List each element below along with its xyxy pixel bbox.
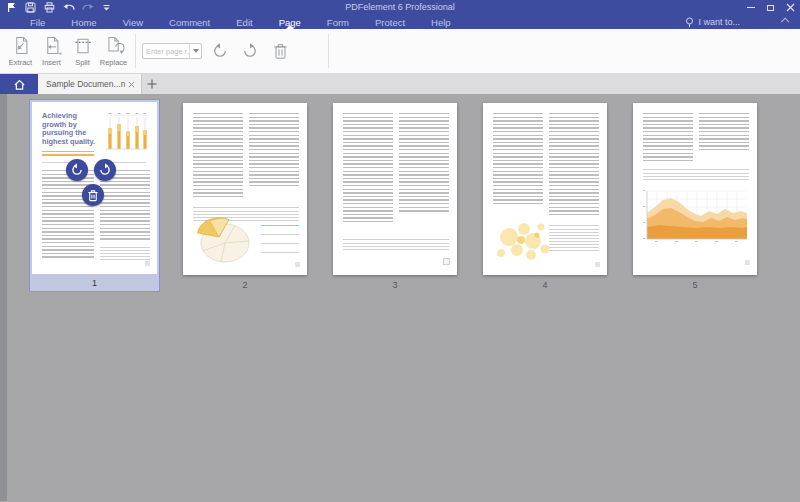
home-tab-button[interactable] (0, 74, 38, 94)
page-2-text-column-right (249, 113, 299, 189)
replace-button[interactable]: Replace (98, 32, 129, 72)
menu-help[interactable]: Help (431, 15, 451, 29)
menu-page[interactable]: Page (279, 15, 301, 29)
rotate-right-button[interactable] (238, 39, 262, 63)
app-logo-icon (5, 1, 18, 14)
tab-close-icon[interactable] (125, 78, 137, 90)
redo-icon[interactable] (81, 1, 94, 14)
thumbnail-delete-button[interactable] (82, 184, 104, 206)
delete-page-button[interactable] (268, 39, 292, 63)
rotate-left-icon (70, 163, 84, 177)
titlebar: PDFelement 6 Professional (0, 0, 800, 15)
page-2-divider (193, 207, 299, 208)
page-3-text-column-left (343, 113, 393, 225)
save-icon[interactable] (24, 1, 37, 14)
thumbnail-rotate-right-button[interactable] (94, 159, 116, 181)
page-1-folio (145, 261, 150, 266)
page-5-thumbnail[interactable] (633, 103, 757, 275)
page-1-text-column-right (100, 170, 150, 242)
menu-edit[interactable]: Edit (236, 15, 252, 29)
menu-home[interactable]: Home (71, 15, 96, 29)
page-3-text-column-right (399, 113, 449, 213)
menubar: File Home View Comment Edit Page Form Pr… (0, 15, 800, 29)
maximize-button[interactable] (765, 2, 776, 13)
extract-button[interactable]: Extract (5, 32, 36, 72)
chevron-down-icon (193, 49, 199, 53)
document-tab-bar: Sample Documen...nded (0, 74, 800, 94)
page-5-footnote (643, 173, 749, 181)
page-4-text-column-right (549, 113, 599, 217)
page-3-folio (443, 258, 450, 265)
trash-icon (87, 189, 99, 202)
page-4-bubble-chart (491, 213, 553, 265)
left-edge-strip (0, 94, 7, 501)
menu-form[interactable]: Form (327, 15, 349, 29)
i-want-to-button[interactable]: I want to... (685, 15, 740, 29)
home-icon (13, 78, 26, 91)
replace-label: Replace (100, 58, 128, 67)
page-1-thumbnail[interactable]: Achieving growth by pursuing the highest… (32, 102, 157, 274)
page-4-thumbnail[interactable] (483, 103, 607, 275)
page-2-folio (295, 262, 300, 267)
undo-icon[interactable] (62, 1, 75, 14)
window-controls (745, 0, 796, 15)
page-3-divider (343, 239, 449, 240)
page-number: 3 (333, 280, 457, 290)
rotate-left-button[interactable] (208, 39, 232, 63)
page-thumbnails-canvas: Achieving growth by pursuing the highest… (0, 94, 800, 501)
page-1-footnote (100, 247, 150, 261)
pin-icon (685, 17, 694, 28)
document-tab[interactable]: Sample Documen...nded (38, 74, 142, 94)
document-tab-label: Sample Documen...nded (46, 79, 125, 89)
print-icon[interactable] (43, 1, 56, 14)
page-4-footnote (549, 229, 599, 251)
customize-quick-access-icon[interactable] (100, 1, 113, 14)
page-2-pie-chart (191, 211, 255, 267)
plus-icon (147, 79, 157, 89)
page-1-bar-chart (102, 112, 150, 154)
split-button[interactable]: Split (67, 32, 98, 72)
page-1-subtitle-lines (42, 151, 94, 158)
page-range-dropdown[interactable] (189, 44, 201, 58)
menu-file[interactable]: File (30, 15, 45, 29)
page-range-input[interactable] (143, 45, 189, 57)
insert-button[interactable]: Insert (36, 32, 67, 72)
page-5-text-column-right (699, 113, 749, 151)
page-5-folio (745, 260, 750, 265)
page-4-text-column-left (493, 113, 543, 205)
i-want-to-label: I want to... (698, 17, 740, 27)
menu-items: File Home View Comment Edit Page Form Pr… (0, 15, 451, 29)
page-number: 2 (183, 280, 307, 290)
trash-icon (272, 42, 289, 60)
new-tab-button[interactable] (142, 74, 162, 94)
page-3-thumbnail[interactable] (333, 103, 457, 275)
quick-access-toolbar (0, 0, 113, 15)
menu-protect[interactable]: Protect (375, 15, 405, 29)
toolbar-separator (328, 34, 329, 68)
page-5-text-column-left (643, 113, 693, 161)
extract-label: Extract (9, 58, 32, 67)
page-1-title-text: Achieving growth by pursuing the highest… (42, 112, 102, 146)
page-3-footnote (343, 243, 449, 252)
page-5-area-chart (643, 187, 749, 245)
rotate-right-icon (241, 42, 259, 60)
toolbar-separator (135, 34, 136, 68)
thumbnail-page-1-selected[interactable]: Achieving growth by pursuing the highest… (29, 99, 160, 292)
collapse-ribbon-icon[interactable] (780, 18, 788, 26)
thumbnail-rotate-left-button[interactable] (66, 159, 88, 181)
page-2-thumbnail[interactable] (183, 103, 307, 275)
ribbon-toolbar: Extract Insert Split (0, 29, 800, 74)
rotate-right-icon (98, 163, 112, 177)
menu-view[interactable]: View (123, 15, 143, 29)
page-5-divider (643, 169, 749, 170)
insert-label: Insert (42, 58, 61, 67)
split-label: Split (75, 58, 90, 67)
replace-icon (103, 35, 125, 57)
minimize-button[interactable] (745, 2, 756, 13)
page-4-folio (595, 262, 600, 267)
close-button[interactable] (785, 2, 796, 13)
page-1-text-column-left (42, 170, 94, 258)
page-number: 5 (633, 280, 757, 290)
menu-comment[interactable]: Comment (169, 15, 210, 29)
app-window: PDFelement 6 Professional File Home View… (0, 0, 800, 502)
